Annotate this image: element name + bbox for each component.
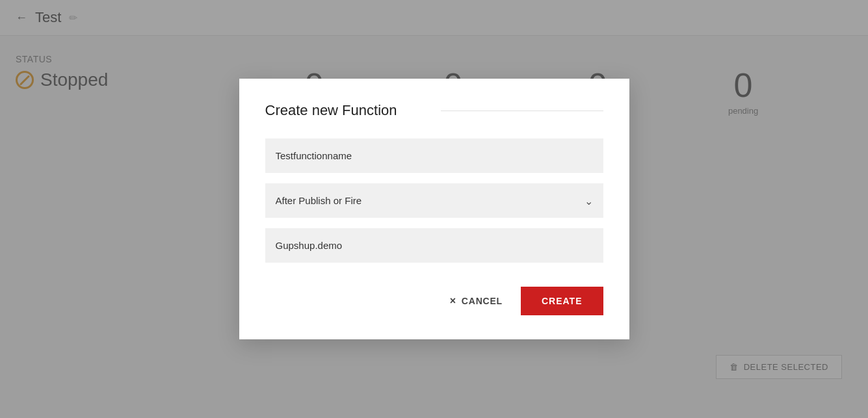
modal-footer: × CANCEL CREATE — [265, 286, 603, 316]
modal-title-divider — [441, 111, 603, 111]
create-function-modal: Create new Function After Publish or Fir… — [239, 79, 629, 339]
cancel-label: CANCEL — [462, 296, 503, 306]
modal-title: Create new Function — [265, 102, 428, 119]
modal-body: After Publish or Fire Before Publish On … — [265, 138, 603, 263]
trigger-select-wrapper: After Publish or Fire Before Publish On … — [265, 183, 603, 218]
modal-overlay: Create new Function After Publish or Fir… — [0, 0, 868, 418]
cancel-button[interactable]: × CANCEL — [432, 286, 521, 316]
cancel-x-icon: × — [450, 295, 456, 307]
function-name-input[interactable] — [265, 138, 603, 173]
create-button[interactable]: CREATE — [521, 287, 603, 315]
modal-title-row: Create new Function — [265, 102, 603, 119]
trigger-select[interactable]: After Publish or Fire Before Publish On … — [265, 183, 603, 218]
instance-input[interactable] — [265, 228, 603, 263]
